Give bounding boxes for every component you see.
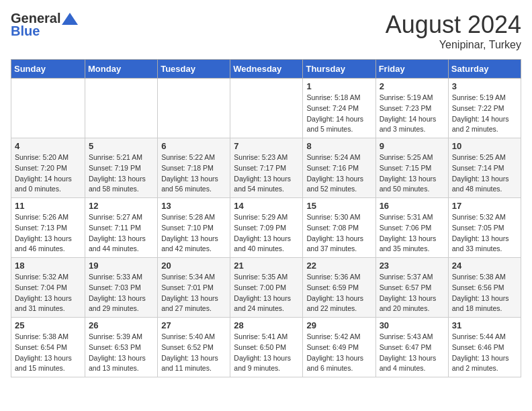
day-info: Sunrise: 5:24 AM Sunset: 7:16 PM Dayligh… [306, 152, 371, 195]
calendar-cell: 2Sunrise: 5:19 AM Sunset: 7:23 PM Daylig… [375, 79, 448, 138]
day-info: Sunrise: 5:25 AM Sunset: 7:15 PM Dayligh… [380, 152, 445, 195]
day-info: Sunrise: 5:38 AM Sunset: 6:56 PM Dayligh… [452, 272, 517, 314]
calendar-cell: 21Sunrise: 5:35 AM Sunset: 7:00 PM Dayli… [230, 258, 303, 318]
day-info: Sunrise: 5:37 AM Sunset: 6:57 PM Dayligh… [380, 272, 445, 314]
calendar-cell: 5Sunrise: 5:21 AM Sunset: 7:19 PM Daylig… [85, 138, 158, 198]
calendar-cell [230, 79, 303, 138]
day-info: Sunrise: 5:19 AM Sunset: 7:22 PM Dayligh… [452, 93, 517, 135]
day-number: 18 [15, 261, 81, 271]
calendar-cell: 13Sunrise: 5:28 AM Sunset: 7:10 PM Dayli… [158, 198, 230, 258]
day-number: 31 [452, 320, 517, 330]
day-info: Sunrise: 5:26 AM Sunset: 7:13 PM Dayligh… [15, 212, 81, 255]
calendar-cell [11, 79, 85, 138]
calendar-week-row: 11Sunrise: 5:26 AM Sunset: 7:13 PM Dayli… [11, 198, 521, 258]
day-number: 13 [161, 201, 226, 211]
day-number: 27 [161, 320, 226, 330]
header-cell-tuesday: Tuesday [158, 60, 230, 79]
calendar-cell: 26Sunrise: 5:39 AM Sunset: 6:53 PM Dayli… [85, 318, 158, 377]
day-info: Sunrise: 5:23 AM Sunset: 7:17 PM Dayligh… [234, 152, 299, 195]
day-info: Sunrise: 5:34 AM Sunset: 7:01 PM Dayligh… [161, 272, 226, 314]
month-year-title: August 2024 [386, 11, 521, 39]
day-number: 20 [161, 261, 226, 271]
calendar-cell: 15Sunrise: 5:30 AM Sunset: 7:08 PM Dayli… [303, 198, 375, 258]
header-cell-monday: Monday [85, 60, 158, 79]
location-subtitle: Yenipinar, Turkey [386, 39, 521, 51]
day-info: Sunrise: 5:44 AM Sunset: 6:46 PM Dayligh… [452, 332, 517, 374]
day-info: Sunrise: 5:35 AM Sunset: 7:00 PM Dayligh… [234, 272, 299, 314]
day-number: 1 [306, 81, 371, 91]
day-number: 4 [15, 141, 81, 151]
day-info: Sunrise: 5:22 AM Sunset: 7:18 PM Dayligh… [161, 152, 226, 195]
day-info: Sunrise: 5:33 AM Sunset: 7:03 PM Dayligh… [89, 272, 154, 314]
calendar-cell: 18Sunrise: 5:32 AM Sunset: 7:04 PM Dayli… [11, 258, 85, 318]
day-number: 26 [89, 320, 154, 330]
calendar-cell: 14Sunrise: 5:29 AM Sunset: 7:09 PM Dayli… [230, 198, 303, 258]
calendar-cell: 30Sunrise: 5:43 AM Sunset: 6:47 PM Dayli… [375, 318, 448, 377]
day-info: Sunrise: 5:41 AM Sunset: 6:50 PM Dayligh… [234, 332, 299, 374]
day-number: 8 [306, 141, 371, 151]
header-cell-thursday: Thursday [303, 60, 375, 79]
day-number: 17 [452, 201, 517, 211]
calendar-week-row: 25Sunrise: 5:38 AM Sunset: 6:54 PM Dayli… [11, 318, 521, 377]
day-number: 30 [380, 320, 445, 330]
calendar-cell: 9Sunrise: 5:25 AM Sunset: 7:15 PM Daylig… [375, 138, 448, 198]
day-info: Sunrise: 5:28 AM Sunset: 7:10 PM Dayligh… [161, 212, 226, 255]
day-info: Sunrise: 5:18 AM Sunset: 7:24 PM Dayligh… [306, 93, 371, 135]
calendar-cell: 6Sunrise: 5:22 AM Sunset: 7:18 PM Daylig… [158, 138, 230, 198]
day-number: 2 [380, 81, 445, 91]
calendar-cell: 3Sunrise: 5:19 AM Sunset: 7:22 PM Daylig… [448, 79, 521, 138]
day-info: Sunrise: 5:36 AM Sunset: 6:59 PM Dayligh… [306, 272, 371, 314]
day-info: Sunrise: 5:29 AM Sunset: 7:09 PM Dayligh… [234, 212, 299, 255]
calendar-cell: 29Sunrise: 5:42 AM Sunset: 6:49 PM Dayli… [303, 318, 375, 377]
day-number: 22 [306, 261, 371, 271]
day-info: Sunrise: 5:21 AM Sunset: 7:19 PM Dayligh… [89, 152, 154, 195]
day-info: Sunrise: 5:32 AM Sunset: 7:05 PM Dayligh… [452, 212, 517, 255]
day-info: Sunrise: 5:20 AM Sunset: 7:20 PM Dayligh… [15, 152, 81, 195]
day-number: 10 [452, 141, 517, 151]
calendar-cell: 7Sunrise: 5:23 AM Sunset: 7:17 PM Daylig… [230, 138, 303, 198]
day-info: Sunrise: 5:19 AM Sunset: 7:23 PM Dayligh… [380, 93, 445, 135]
day-info: Sunrise: 5:42 AM Sunset: 6:49 PM Dayligh… [306, 332, 371, 374]
logo-blue-text: Blue [11, 24, 40, 39]
day-info: Sunrise: 5:39 AM Sunset: 6:53 PM Dayligh… [89, 332, 154, 374]
calendar-table: SundayMondayTuesdayWednesdayThursdayFrid… [11, 59, 521, 377]
header-cell-sunday: Sunday [11, 60, 85, 79]
day-number: 3 [452, 81, 517, 91]
calendar-cell [85, 79, 158, 138]
day-number: 19 [89, 261, 154, 271]
calendar-header-row: SundayMondayTuesdayWednesdayThursdayFrid… [11, 60, 521, 79]
day-number: 7 [234, 141, 299, 151]
day-number: 28 [234, 320, 299, 330]
calendar-cell: 25Sunrise: 5:38 AM Sunset: 6:54 PM Dayli… [11, 318, 85, 377]
day-number: 9 [380, 141, 445, 151]
day-number: 24 [452, 261, 517, 271]
day-number: 25 [15, 320, 81, 330]
day-number: 21 [234, 261, 299, 271]
calendar-week-row: 4Sunrise: 5:20 AM Sunset: 7:20 PM Daylig… [11, 138, 521, 198]
svg-marker-0 [62, 13, 78, 25]
calendar-cell: 24Sunrise: 5:38 AM Sunset: 6:56 PM Dayli… [448, 258, 521, 318]
calendar-cell: 4Sunrise: 5:20 AM Sunset: 7:20 PM Daylig… [11, 138, 85, 198]
day-info: Sunrise: 5:38 AM Sunset: 6:54 PM Dayligh… [15, 332, 81, 374]
logo: General Blue [11, 11, 78, 39]
day-info: Sunrise: 5:32 AM Sunset: 7:04 PM Dayligh… [15, 272, 81, 314]
calendar-cell: 19Sunrise: 5:33 AM Sunset: 7:03 PM Dayli… [85, 258, 158, 318]
day-number: 15 [306, 201, 371, 211]
header-cell-wednesday: Wednesday [230, 60, 303, 79]
calendar-cell: 20Sunrise: 5:34 AM Sunset: 7:01 PM Dayli… [158, 258, 230, 318]
calendar-cell: 8Sunrise: 5:24 AM Sunset: 7:16 PM Daylig… [303, 138, 375, 198]
day-number: 29 [306, 320, 371, 330]
day-info: Sunrise: 5:40 AM Sunset: 6:52 PM Dayligh… [161, 332, 226, 374]
day-number: 11 [15, 201, 81, 211]
logo-icon [62, 13, 78, 25]
calendar-cell: 17Sunrise: 5:32 AM Sunset: 7:05 PM Dayli… [448, 198, 521, 258]
header-cell-friday: Friday [375, 60, 448, 79]
calendar-cell: 1Sunrise: 5:18 AM Sunset: 7:24 PM Daylig… [303, 79, 375, 138]
day-info: Sunrise: 5:31 AM Sunset: 7:06 PM Dayligh… [380, 212, 445, 255]
calendar-cell: 31Sunrise: 5:44 AM Sunset: 6:46 PM Dayli… [448, 318, 521, 377]
calendar-cell: 23Sunrise: 5:37 AM Sunset: 6:57 PM Dayli… [375, 258, 448, 318]
day-number: 16 [380, 201, 445, 211]
day-info: Sunrise: 5:43 AM Sunset: 6:47 PM Dayligh… [380, 332, 445, 374]
calendar-cell: 28Sunrise: 5:41 AM Sunset: 6:50 PM Dayli… [230, 318, 303, 377]
day-info: Sunrise: 5:25 AM Sunset: 7:14 PM Dayligh… [452, 152, 517, 195]
